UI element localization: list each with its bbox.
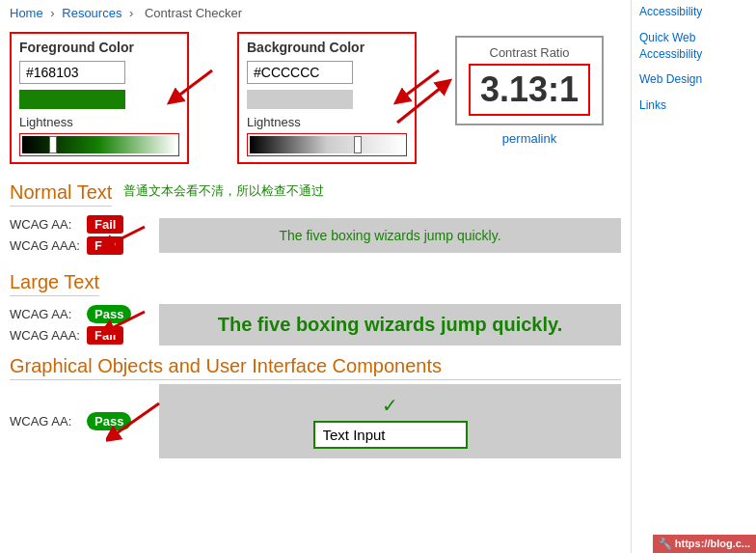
background-hex-input[interactable] (247, 61, 353, 84)
background-lightness-label: Lightness (247, 115, 407, 129)
sidebar-item-links[interactable]: Links (639, 97, 748, 114)
normal-text-wcag: WCAG AA: Fail WCAG AAA: Fail (10, 212, 149, 258)
background-color-box: Background Color Lightness (237, 32, 417, 164)
graphical-wcag-aa-row: WCAG AA: Pass (10, 412, 149, 430)
breadcrumb-current: Contrast Checker (145, 6, 242, 20)
large-text-demo: The five boxing wizards jump quickly. (218, 314, 562, 335)
foreground-slider-thumb[interactable] (49, 136, 57, 153)
large-wcag-aaa-row: WCAG AAA: Fail (10, 326, 149, 345)
large-wcag-aa-badge: Pass (87, 305, 131, 323)
large-wcag-aa-label: WCAG AA: (10, 307, 87, 321)
foreground-lightness-track (22, 136, 176, 153)
watermark-text: https://blog.c... (675, 538, 750, 549)
permalink[interactable]: permalink (455, 131, 604, 146)
normal-text-note: 普通文本会看不清，所以检查不通过 (123, 182, 324, 200)
contrast-ratio-box: Contrast Ratio 3.13:1 (455, 36, 604, 125)
foreground-swatch (19, 90, 125, 109)
foreground-color-box: Foreground Color Lightness (10, 32, 189, 164)
foreground-lightness-label: Lightness (19, 115, 179, 129)
graphical-wcag: WCAG AA: Pass (10, 409, 149, 433)
normal-wcag-aa-badge: Fail (87, 215, 123, 234)
background-lightness-track (250, 136, 404, 153)
normal-wcag-aaa-badge: Fail (87, 236, 123, 255)
large-wcag-aaa-label: WCAG AAA: (10, 328, 87, 343)
large-text-demo-area: The five boxing wizards jump quickly. (159, 304, 621, 346)
foreground-lightness-slider[interactable] (19, 133, 179, 156)
normal-wcag-aa-row: WCAG AA: Fail (10, 215, 149, 234)
sidebar-item-web-design[interactable]: Web Design (639, 71, 748, 88)
background-lightness-slider[interactable] (247, 133, 407, 156)
foreground-label: Foreground Color (19, 40, 179, 55)
background-label: Background Color (247, 40, 407, 55)
normal-text-demo-area: The five boxing wizards jump quickly. (159, 218, 621, 253)
graphical-wcag-aa-badge: Pass (87, 412, 131, 430)
background-slider-thumb[interactable] (354, 136, 362, 153)
contrast-value: 3.13:1 (469, 64, 590, 116)
graphical-heading: Graphical Objects and User Interface Com… (10, 355, 621, 380)
breadcrumb-home[interactable]: Home (10, 6, 43, 20)
watermark: 🔧 https://blog.c... (653, 535, 756, 553)
breadcrumb: Home › Resources › Contrast Checker (10, 6, 621, 20)
normal-wcag-aaa-row: WCAG AAA: Fail (10, 236, 149, 255)
sidebar: Accessibility Quick Web Accessibility We… (631, 0, 756, 553)
large-wcag-aaa-badge: Fail (87, 326, 123, 345)
contrast-label: Contrast Ratio (469, 45, 590, 60)
sidebar-item-quick-web[interactable]: Quick Web Accessibility (639, 30, 748, 63)
graphical-demo-area: ✓ (159, 384, 621, 458)
checkmark-icon: ✓ (382, 394, 398, 417)
normal-text-demo: The five boxing wizards jump quickly. (279, 228, 500, 243)
normal-wcag-aa-label: WCAG AA: (10, 217, 87, 232)
foreground-hex-input[interactable] (19, 61, 125, 84)
large-text-heading: Large Text (10, 271, 99, 296)
graphical-wcag-aa-label: WCAG AA: (10, 414, 87, 429)
sidebar-item-accessibility[interactable]: Accessibility (639, 4, 748, 20)
normal-text-heading: Normal Text (10, 181, 112, 207)
watermark-icon: 🔧 (659, 538, 672, 549)
background-swatch (247, 90, 353, 109)
large-text-wcag: WCAG AA: Pass WCAG AAA: Fail (10, 302, 149, 347)
normal-wcag-aaa-label: WCAG AAA: (10, 238, 87, 253)
text-input[interactable] (313, 421, 468, 449)
large-wcag-aa-row: WCAG AA: Pass (10, 305, 149, 323)
breadcrumb-resources[interactable]: Resources (62, 6, 122, 20)
